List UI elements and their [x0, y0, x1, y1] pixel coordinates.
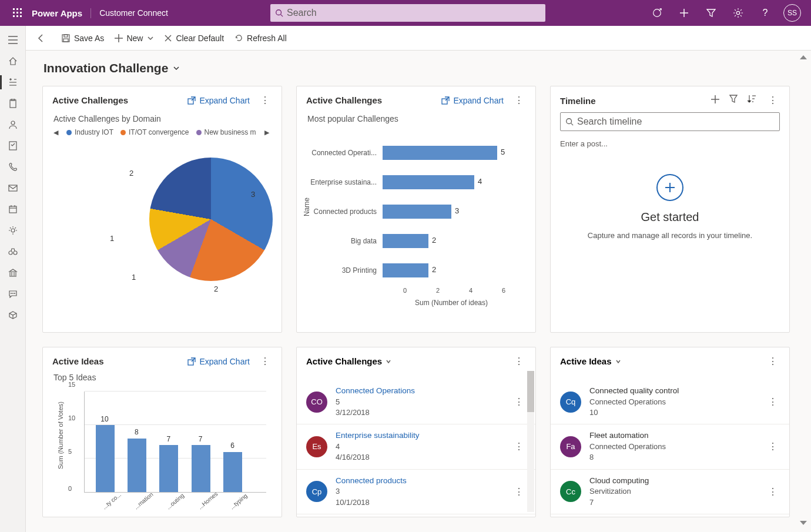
svg-rect-4: [16, 12, 18, 14]
svg-line-40: [15, 227, 16, 229]
filter-icon[interactable]: [698, 0, 724, 26]
mail-icon[interactable]: [0, 178, 26, 199]
calendar-icon[interactable]: [0, 199, 26, 220]
clear-default-button[interactable]: Clear Default: [164, 34, 224, 43]
list-item[interactable]: 3 3D Printing2 ⋮: [297, 514, 535, 517]
chevron-down-icon: [173, 65, 180, 72]
hamburger-icon[interactable]: [0, 29, 26, 51]
svg-point-41: [9, 251, 12, 255]
task-icon[interactable]: [0, 135, 26, 156]
vbar: [128, 439, 146, 492]
more-icon[interactable]: ⋮: [512, 356, 526, 367]
timeline-search-input[interactable]: Search timeline: [560, 112, 780, 131]
refresh-all-button[interactable]: Refresh All: [234, 34, 287, 43]
user-avatar[interactable]: SS: [779, 0, 805, 26]
active-challenges-list-card: Active Challenges ⋮ CO Connected Operati…: [296, 347, 536, 517]
svg-rect-2: [20, 8, 22, 10]
row-more-icon[interactable]: ⋮: [512, 486, 526, 497]
card-title: Active Challenges: [52, 95, 128, 105]
more-icon[interactable]: ⋮: [512, 95, 526, 106]
list-item[interactable]: CO Connected Operations53/12/2018 ⋮: [297, 380, 535, 424]
svg-rect-1: [16, 8, 18, 10]
row-more-icon[interactable]: ⋮: [512, 441, 526, 452]
timeline-sort-icon[interactable]: [747, 95, 756, 106]
list-title[interactable]: Active Challenges: [306, 356, 391, 366]
main-content: Innovation Challenge Active Challenges E…: [26, 51, 811, 532]
svg-rect-53: [64, 35, 68, 37]
timeline-empty-state: Get started Capture and manage all recor…: [560, 174, 780, 240]
page-title[interactable]: Innovation Challenge: [43, 61, 795, 75]
list-title[interactable]: Active Ideas: [560, 356, 621, 366]
more-icon[interactable]: ⋮: [258, 356, 272, 367]
timeline-post-input[interactable]: Enter a post...: [560, 137, 780, 150]
row-more-icon[interactable]: ⋮: [766, 486, 780, 497]
app-launcher-icon[interactable]: [6, 8, 29, 18]
more-icon[interactable]: ⋮: [258, 95, 272, 106]
svg-point-69: [567, 119, 572, 124]
pie-chart-card: Active Challenges Expand Chart ⋮ Active …: [42, 86, 282, 333]
page-scrollbar[interactable]: [799, 54, 807, 527]
person-icon[interactable]: [0, 114, 26, 135]
svg-rect-3: [13, 12, 15, 14]
help-icon[interactable]: ?: [752, 0, 778, 26]
back-button[interactable]: [32, 34, 51, 43]
list-item[interactable]: Cq Connected quality controlConnected Op…: [551, 380, 789, 424]
svg-point-27: [11, 121, 15, 125]
row-more-icon[interactable]: ⋮: [766, 396, 780, 407]
legend-next-icon[interactable]: ▶: [263, 129, 270, 136]
vbar: [96, 425, 115, 492]
brand-label: Power Apps: [29, 8, 91, 18]
save-as-button[interactable]: Save As: [61, 34, 104, 43]
expand-chart-link[interactable]: Expand Chart: [187, 96, 250, 105]
timeline-card: Timeline ⋮ Search timeline Enter a post.…: [550, 86, 790, 333]
dashboard-icon[interactable]: [0, 72, 26, 93]
expand-chart-link[interactable]: Expand Chart: [187, 357, 250, 366]
svg-point-49: [12, 293, 13, 294]
search-placeholder: Search: [287, 8, 317, 18]
phone-icon[interactable]: [0, 156, 26, 178]
settings-icon[interactable]: [725, 0, 751, 26]
svg-rect-54: [63, 39, 68, 42]
active-ideas-list-card: Active Ideas ⋮ Cq Connected quality cont…: [550, 347, 790, 517]
svg-point-34: [11, 229, 15, 232]
vbar: [192, 445, 210, 492]
svg-line-39: [10, 227, 11, 229]
list-item[interactable]: Es Enterprise sustainability44/16/2018 ⋮: [297, 424, 535, 469]
hbar-row: 3D Printing2: [306, 257, 520, 283]
add-icon[interactable]: [671, 0, 697, 26]
svg-point-42: [14, 251, 17, 255]
svg-rect-29: [9, 185, 17, 191]
list-item[interactable]: Cp Connected products310/1/2018 ⋮: [297, 469, 535, 514]
svg-line-10: [281, 15, 283, 17]
home-icon[interactable]: [0, 51, 26, 72]
bank-icon[interactable]: [0, 262, 26, 283]
row-more-icon[interactable]: ⋮: [766, 441, 780, 452]
new-button[interactable]: New: [115, 34, 153, 43]
global-search-input[interactable]: Search: [270, 4, 545, 22]
timeline-getstarted-icon[interactable]: [656, 174, 683, 201]
more-icon[interactable]: ⋮: [766, 356, 780, 367]
svg-rect-7: [16, 15, 18, 17]
pie-legend: ◀ Industry IOT IT/OT convergence New bus…: [52, 128, 272, 136]
binoculars-icon[interactable]: [0, 241, 26, 262]
more-icon[interactable]: ⋮: [766, 95, 780, 106]
timeline-filter-icon[interactable]: [729, 95, 738, 106]
legend-prev-icon[interactable]: ◀: [52, 129, 59, 136]
chat-icon[interactable]: [0, 283, 26, 305]
idea-icon[interactable]: [0, 220, 26, 241]
hbar-row: Connected Operati...5: [306, 140, 520, 166]
list-item[interactable]: Cc Cloud computingServitization7 ⋮: [551, 469, 789, 514]
expand-chart-link[interactable]: Expand Chart: [441, 96, 504, 105]
hbar-row: Big data2: [306, 228, 520, 254]
command-bar: Save As New Clear Default Refresh All: [26, 26, 811, 51]
row-more-icon[interactable]: ⋮: [512, 396, 526, 407]
package-icon[interactable]: [0, 305, 26, 326]
scrollbar-thumb[interactable]: [527, 371, 534, 412]
app-name-label[interactable]: Customer Connect: [91, 8, 168, 18]
list-item[interactable]: TH Tiny Homes3D Printing ⋮: [551, 514, 789, 517]
list-item[interactable]: Fa Fleet automationConnected Operations8…: [551, 424, 789, 469]
hbar-chart: Name Connected Operati...5Enterprise sus…: [306, 128, 526, 316]
clipboard-icon[interactable]: [0, 93, 26, 114]
timeline-add-icon[interactable]: [711, 95, 720, 106]
target-icon[interactable]: [644, 0, 670, 26]
